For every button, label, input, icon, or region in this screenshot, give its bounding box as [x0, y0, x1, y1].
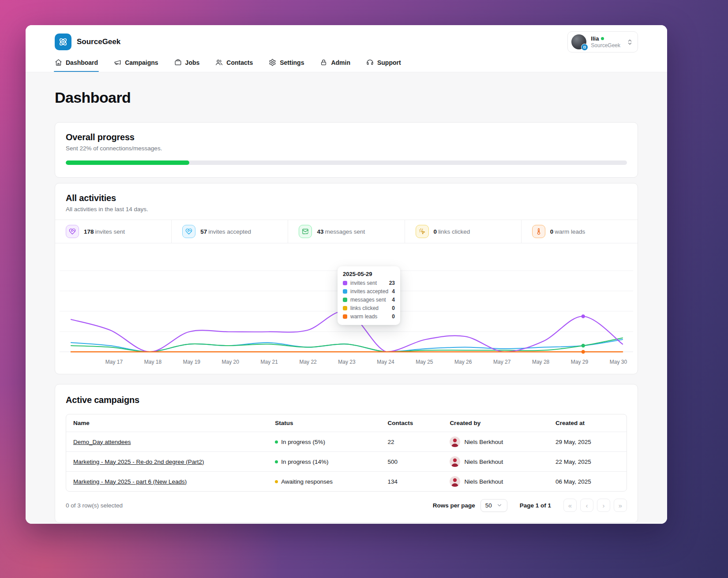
pagination: «‹›» — [563, 499, 627, 512]
tooltip-row: links clicked0 — [343, 305, 395, 311]
activity-chart: May 17May 18May 19May 20May 21May 22May … — [55, 243, 638, 369]
table-row[interactable]: Demo_Day attendeesIn progress (5%)22Niel… — [66, 432, 627, 452]
series-value: 0 — [392, 313, 395, 320]
active-campaigns-title: Active campaigns — [66, 395, 627, 405]
column-header-created-at: Created at — [548, 414, 627, 432]
tooltip-row: invites sent23 — [343, 280, 395, 286]
page-title: Dashboard — [55, 89, 638, 106]
chart-x-axis-labels: May 17May 18May 19May 20May 21May 22May … — [64, 357, 629, 369]
first-page-button[interactable]: « — [563, 499, 577, 512]
stat-label: warm leads — [555, 228, 585, 235]
briefcase-icon — [174, 59, 182, 66]
x-axis-tick: May 17 — [105, 359, 123, 365]
nav-item-label: Admin — [331, 59, 350, 66]
creator-avatar — [450, 456, 460, 467]
last-page-button[interactable]: » — [614, 499, 627, 512]
prev-page-button[interactable]: ‹ — [580, 499, 593, 512]
creator-avatar — [450, 476, 460, 487]
nav-item-jobs[interactable]: Jobs — [174, 59, 200, 72]
series-label: invites sent — [350, 280, 377, 286]
series-label: links clicked — [350, 305, 379, 311]
status-badge: In progress (5%) — [275, 439, 373, 445]
stat-value: 0 — [550, 228, 554, 235]
stat-value: 178 — [84, 228, 94, 235]
next-page-button[interactable]: › — [597, 499, 610, 512]
campaign-link[interactable]: Demo_Day attendees — [73, 439, 131, 445]
x-axis-tick: May 22 — [299, 359, 316, 365]
contacts-count: 22 — [381, 432, 443, 452]
series-label: warm leads — [350, 313, 377, 320]
active-campaigns-card: Active campaigns NameStatusContactsCreat… — [55, 384, 638, 523]
app-header: SourceGeek Ilia — [26, 25, 667, 72]
status-dot — [275, 480, 278, 483]
series-value: 23 — [389, 280, 395, 286]
contacts-count: 134 — [381, 472, 443, 492]
online-status-dot — [601, 37, 604, 40]
mail-check-icon — [299, 225, 312, 238]
nav-item-campaigns[interactable]: Campaigns — [114, 59, 158, 72]
stat-label: links clicked — [438, 228, 470, 235]
overall-progress-title: Overall progress — [66, 132, 627, 142]
thermometer-icon — [532, 225, 545, 238]
user-meta: Ilia SourceGeek — [591, 35, 620, 49]
creator-avatar — [450, 436, 460, 447]
home-icon — [55, 59, 62, 66]
status-dot — [275, 460, 278, 463]
contacts-count: 500 — [381, 452, 443, 472]
user-avatar — [571, 34, 586, 49]
headset-icon — [366, 59, 374, 66]
user-org: SourceGeek — [591, 42, 620, 48]
user-name: Ilia — [591, 35, 599, 42]
heart-handshake-icon — [66, 225, 79, 238]
lock-icon — [320, 59, 327, 66]
nav-item-label: Dashboard — [66, 59, 98, 66]
stat-value: 0 — [434, 228, 437, 235]
nav-item-settings[interactable]: Settings — [269, 59, 304, 72]
nav-item-label: Contacts — [226, 59, 253, 66]
account-menu[interactable]: Ilia SourceGeek — [567, 31, 638, 52]
status-badge: In progress (14%) — [275, 459, 373, 465]
overall-progress-card: Overall progress Sent 22% of connections… — [55, 122, 638, 178]
rows-selected-text: 0 of 3 row(s) selected — [66, 502, 123, 509]
progress-bar — [66, 160, 627, 165]
sourcegeek-logo-icon — [55, 34, 71, 50]
sourcegeek-badge-icon — [581, 44, 588, 51]
brand-name: SourceGeek — [77, 37, 120, 46]
column-header-contacts: Contacts — [381, 414, 443, 432]
all-activities-subtitle: All activities in the last 14 days. — [66, 206, 627, 213]
created-by: Niels Berkhout — [450, 456, 541, 467]
tooltip-row: messages sent4 — [343, 297, 395, 303]
campaign-link[interactable]: Marketing - May 2025 - Re-do 2nd degree … — [73, 459, 204, 465]
all-activities-title: All activities — [66, 193, 627, 203]
x-axis-tick: May 24 — [377, 359, 394, 365]
campaign-link[interactable]: Marketing - May 2025 - part 6 (New Leads… — [73, 478, 187, 485]
created-at: 29 May, 2025 — [548, 432, 627, 452]
x-axis-tick: May 29 — [571, 359, 588, 365]
chevrons-up-down-icon — [627, 39, 633, 45]
megaphone-icon — [114, 59, 121, 66]
stat-label: invites sent — [95, 228, 125, 235]
x-axis-tick: May 28 — [532, 359, 549, 365]
stat-label: invites accepted — [208, 228, 251, 235]
nav-item-label: Support — [377, 59, 401, 66]
nav-item-contacts[interactable]: Contacts — [215, 59, 253, 72]
rows-per-page-select[interactable]: 50 — [480, 499, 507, 512]
table-row[interactable]: Marketing - May 2025 - part 6 (New Leads… — [66, 472, 627, 492]
nav-item-support[interactable]: Support — [366, 59, 401, 72]
nav-item-label: Jobs — [185, 59, 200, 66]
series-swatch — [343, 298, 347, 302]
progress-bar-fill — [66, 160, 189, 165]
rows-per-page-value: 50 — [485, 502, 492, 509]
nav-item-dashboard[interactable]: Dashboard — [55, 59, 98, 72]
status-badge: Awaiting responses — [275, 478, 373, 485]
nav-item-label: Campaigns — [125, 59, 158, 66]
created-by: Niels Berkhout — [450, 476, 541, 487]
x-axis-tick: May 23 — [338, 359, 355, 365]
column-header-name: Name — [66, 414, 268, 432]
x-axis-tick: May 26 — [454, 359, 472, 365]
stat-invites-accepted: 57invites accepted — [171, 220, 288, 243]
all-activities-card: All activities All activities in the las… — [55, 183, 638, 374]
nav-item-admin[interactable]: Admin — [320, 59, 350, 72]
table-row[interactable]: Marketing - May 2025 - Re-do 2nd degree … — [66, 452, 627, 472]
heart-handshake-icon — [182, 225, 195, 238]
